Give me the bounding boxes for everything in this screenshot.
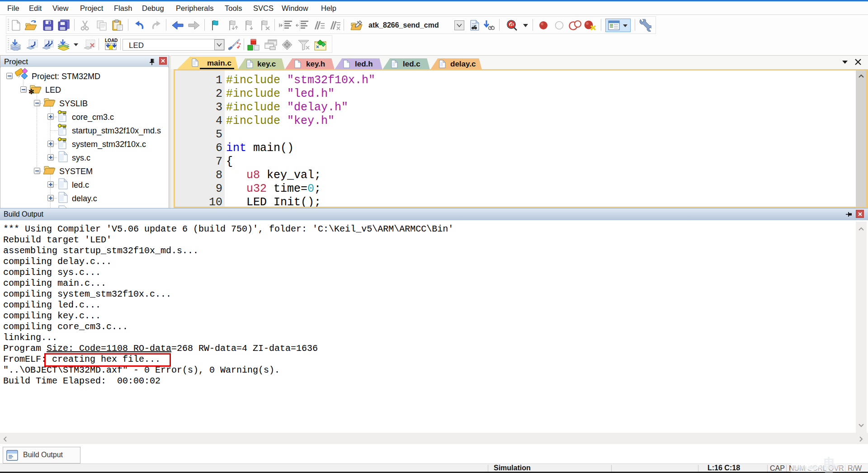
svg-text:LOAD: LOAD (105, 38, 118, 43)
svg-text:d: d (510, 22, 513, 28)
svg-text:✻: ✻ (28, 88, 34, 95)
